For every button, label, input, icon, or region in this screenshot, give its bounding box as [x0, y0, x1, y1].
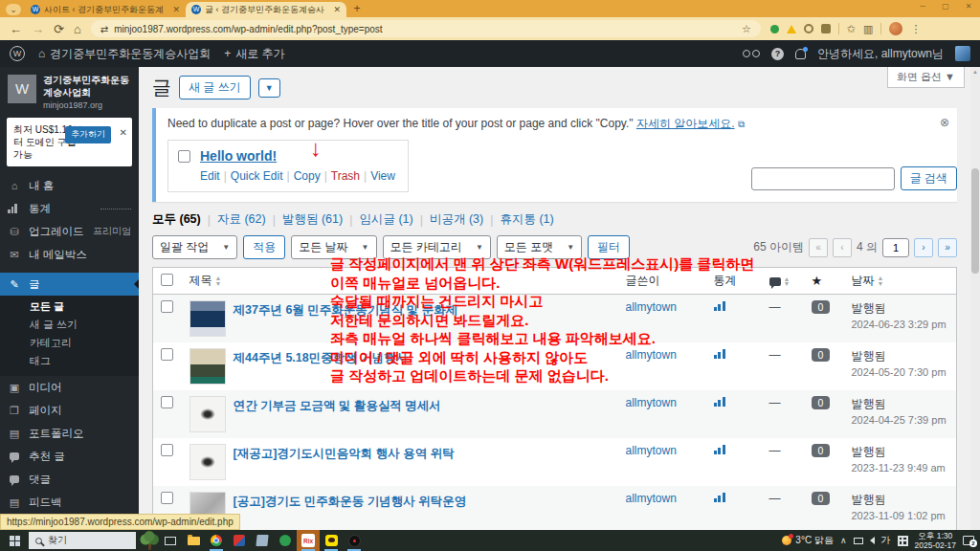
admin-bar-greeting[interactable]: 안녕하세요, allmytown님	[817, 46, 944, 62]
bookmark-star-icon[interactable]: ☆	[742, 23, 751, 35]
post-title-link[interactable]: [재공고]경기도시민음악회 행사 용역 위탁	[234, 444, 455, 461]
post-title-link[interactable]: 연간 기부금 모금액 및 활용실적 명세서	[234, 396, 441, 413]
admin-bar-site-link[interactable]: ⌂ 경기중부민주화운동계승사업회	[38, 46, 211, 62]
user-avatar[interactable]	[955, 46, 970, 61]
browser-profile-avatar[interactable]	[889, 22, 902, 35]
capture-extension-icon[interactable]	[804, 24, 813, 33]
sidebar-item-posts[interactable]: ✎글	[0, 273, 139, 296]
stats-bars-icon[interactable]	[714, 493, 725, 502]
maximize-button[interactable]: ▢	[934, 0, 957, 13]
filter-mine[interactable]: 자료 (62)	[217, 211, 266, 228]
browser-tab-2-active[interactable]: W 글 ‹ 경기중부민주화운동계승사 ✕	[186, 2, 346, 17]
kakaotalk-button[interactable]	[320, 530, 343, 551]
submenu-categories[interactable]: 카테고리	[0, 334, 139, 352]
recorder-button[interactable]	[343, 530, 366, 551]
task-view-button[interactable]	[159, 530, 182, 551]
reload-icon[interactable]: ⟳	[54, 22, 64, 36]
drive-extension-icon[interactable]	[787, 25, 796, 33]
ime-language-indicator[interactable]: 가	[881, 534, 891, 547]
tab-close-icon[interactable]: ✕	[172, 5, 180, 14]
ime-pad-icon[interactable]	[898, 536, 908, 546]
filter-trash[interactable]: 휴지통 (1)	[500, 211, 553, 228]
last-page-button[interactable]: »	[938, 238, 957, 257]
domain-add-button[interactable]: 추가하기	[65, 126, 111, 143]
sidebar-item-portfolio[interactable]: ▤포트폴리오	[0, 422, 139, 445]
row-checkbox[interactable]	[178, 150, 190, 163]
site-info-icon[interactable]: ⇄	[100, 24, 108, 34]
trash-link[interactable]: Trash	[331, 169, 360, 183]
scrollbar-thumb[interactable]	[971, 168, 979, 274]
dismiss-notice-icon[interactable]: ⊗	[940, 116, 949, 129]
stats-bars-icon[interactable]	[714, 445, 725, 454]
reader-icon[interactable]	[743, 50, 760, 57]
row-checkbox[interactable]	[161, 300, 173, 313]
filter-all[interactable]: 모두 (65)	[152, 211, 201, 228]
start-button[interactable]	[0, 536, 29, 546]
page-scrollbar[interactable]: ▲	[970, 67, 980, 530]
green-app-button[interactable]	[274, 530, 297, 551]
chrome-button[interactable]	[205, 530, 228, 551]
apply-button[interactable]: 적용	[243, 235, 285, 259]
first-page-button[interactable]: «	[809, 238, 828, 257]
sidebar-item-upgrades[interactable]: ⛁업그레이드프리미엄	[0, 220, 139, 243]
notifications-bell-icon[interactable]	[795, 49, 806, 59]
row-checkbox[interactable]	[161, 396, 173, 408]
select-all-checkbox[interactable]	[161, 274, 173, 286]
author-link[interactable]: allmytown	[626, 492, 677, 505]
file-explorer-button[interactable]	[182, 530, 205, 551]
row-checkbox[interactable]	[161, 444, 173, 456]
site-card[interactable]: W 경기중부민주화운동계승사업회 minjoo1987.org	[0, 67, 139, 116]
sidebar-item-media[interactable]: ▣미디어	[0, 376, 139, 399]
bookmarks-icon[interactable]: ✩	[847, 23, 856, 35]
sidebar-item-feedback[interactable]: ▤피드백	[0, 491, 139, 514]
blue-app-button[interactable]	[251, 530, 274, 551]
sidebar-item-comments[interactable]: 댓글	[0, 468, 139, 491]
bulk-action-select[interactable]: 일괄 작업▼	[152, 235, 237, 259]
submenu-new-post[interactable]: 새 글 쓰기	[0, 316, 139, 334]
tab-close-icon[interactable]: ✕	[333, 5, 341, 14]
submenu-tags[interactable]: 태그	[0, 352, 139, 370]
extension-green-icon[interactable]	[770, 25, 779, 33]
filter-private[interactable]: 비공개 (3)	[430, 211, 483, 228]
prev-page-button[interactable]: ‹	[833, 238, 852, 257]
address-bar[interactable]: ⇄ minjoo1987.wordpress.com/wp-admin/edit…	[91, 20, 761, 37]
screen-options-button[interactable]: 화면 옵션 ▼	[887, 67, 965, 88]
tab-search-chevron-icon[interactable]: ⌄	[6, 4, 21, 15]
home-icon[interactable]: ⌂	[74, 22, 81, 36]
minimize-button[interactable]: ─	[911, 0, 934, 13]
hidden-icons-chevron[interactable]: ∧	[840, 536, 847, 545]
add-new-post-button[interactable]: 새 글 쓰기	[179, 76, 251, 99]
author-link[interactable]: allmytown	[626, 444, 677, 457]
row-checkbox[interactable]	[161, 348, 173, 361]
action-center-icon[interactable]: 2	[963, 536, 974, 545]
row-checkbox[interactable]	[161, 492, 173, 504]
submenu-all-posts[interactable]: 모든 글	[0, 298, 139, 316]
filter-draft[interactable]: 임시글 (1)	[359, 211, 412, 228]
filter-published[interactable]: 발행됨 (61)	[282, 211, 343, 228]
sidebar-item-pages[interactable]: ❐페이지	[0, 399, 139, 422]
current-page-input[interactable]	[882, 238, 909, 257]
weather-widget[interactable]: 3°C 맑음	[782, 534, 834, 547]
help-icon[interactable]: ?	[771, 48, 784, 60]
banner-close-icon[interactable]: ✕	[120, 126, 127, 139]
search-posts-input[interactable]	[751, 167, 895, 190]
sidebar-item-my-home[interactable]: ⌂내 홈	[0, 174, 139, 197]
reading-list-icon[interactable]: ▥	[863, 23, 873, 35]
quick-edit-link[interactable]: Quick Edit	[231, 169, 283, 183]
hancom-button[interactable]	[228, 530, 251, 551]
browser-tab-1[interactable]: W 사이트 ‹ 경기중부민주화운동계 ✕	[25, 2, 186, 17]
hello-world-title-link[interactable]: Hello world!	[200, 148, 277, 164]
network-icon[interactable]	[854, 538, 863, 544]
extensions-puzzle-icon[interactable]	[821, 24, 831, 33]
taskbar-clock[interactable]: 오후 1:302025-02-17	[915, 531, 956, 550]
forward-icon[interactable]: →	[32, 22, 44, 36]
search-posts-button[interactable]: 글 검색	[901, 166, 957, 190]
wordpress-logo-icon[interactable]: W	[10, 46, 25, 61]
add-new-dropdown-button[interactable]: ▼	[258, 78, 280, 98]
author-link[interactable]: allmytown	[626, 396, 677, 409]
column-date-header[interactable]: 날짜▲▼	[844, 268, 957, 295]
speaker-icon[interactable]	[870, 537, 875, 544]
sidebar-item-stats[interactable]: 통계	[0, 197, 139, 220]
close-button[interactable]: ✕	[957, 0, 980, 13]
view-link[interactable]: View	[370, 169, 395, 183]
